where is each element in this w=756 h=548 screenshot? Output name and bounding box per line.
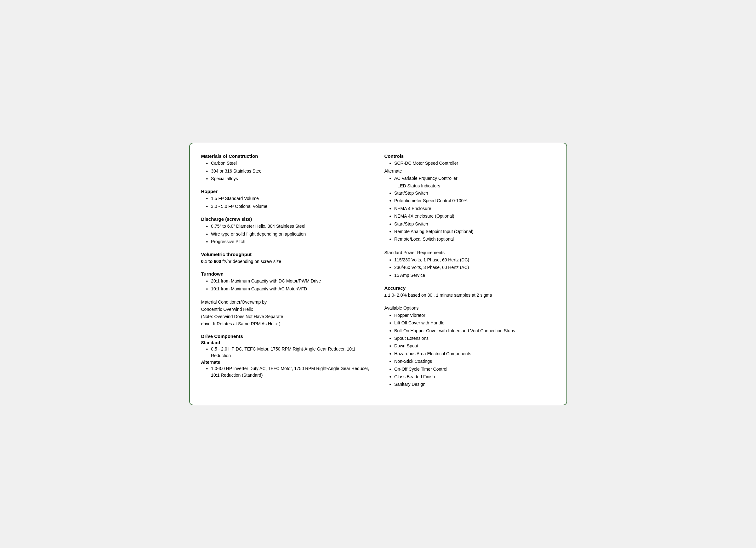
list-item: 0.5 - 2.0 HP DC, TEFC Motor, 1750 RPM Ri… [201, 346, 372, 359]
turndown-list: 20:1 from Maximum Capacity with DC Motor… [201, 278, 372, 293]
list-item: Hopper Vibrator [384, 312, 555, 319]
list-item: Sanitary Design [384, 381, 555, 388]
section-turndown: Turndown 20:1 from Maximum Capacity with… [201, 271, 372, 293]
conditioner-line2: Concentric Overwind Helix [201, 306, 372, 313]
section-volumetric: Volumetric throughput 0.1 to 600 ft³/hr … [201, 252, 372, 265]
list-item: On-Off Cycle Timer Control [384, 366, 555, 373]
discharge-list: 0.75" to 6.0" Diameter Helix, 304 Stainl… [201, 223, 372, 245]
list-item: Special alloys [201, 175, 372, 182]
spec-card: Materials of Construction Carbon Steel 3… [189, 143, 567, 405]
options-list: Hopper Vibrator Lift Off Cover with Hand… [384, 312, 555, 388]
options-label: Available Options [384, 305, 555, 311]
list-item: Lift Off Cover with Handle [384, 320, 555, 327]
section-options: Available Options Hopper Vibrator Lift O… [384, 305, 555, 389]
list-item: Glass Beaded Finish [384, 374, 555, 380]
drive-standard-label: Standard [201, 340, 372, 345]
list-item: 3.0 - 5.0 Ft³ Optional Volume [201, 203, 372, 210]
list-item: 1.5 Ft³ Standard Volume [201, 195, 372, 202]
conditioner-line1: Material Conditioner/Overwrap by [201, 299, 372, 305]
list-item: Bolt-On Hopper Cover with Infeed and Ven… [384, 328, 555, 334]
list-item: 0.75" to 6.0" Diameter Helix, 304 Stainl… [201, 223, 372, 230]
list-item: Start/Stop Switch [384, 190, 555, 197]
section-hopper: Hopper 1.5 Ft³ Standard Volume 3.0 - 5.0… [201, 189, 372, 211]
left-column: Materials of Construction Carbon Steel 3… [201, 153, 372, 395]
section-accuracy: Accuracy ± 1.0- 2.0% based on 30 , 1 min… [384, 285, 555, 299]
controls-list-first: SCR-DC Motor Speed Controller [384, 160, 555, 167]
right-column: Controls SCR-DC Motor Speed Controller A… [384, 153, 555, 395]
controls-list-alternate: AC Variable Frquency Controller [384, 175, 555, 182]
volumetric-text: 0.1 to 600 ft³/hr depending on screw siz… [201, 258, 372, 265]
accuracy-text: ± 1.0- 2.0% based on 30 , 1 minute sampl… [384, 292, 555, 299]
list-item: Potentiometer Speed Control 0-100% [384, 197, 555, 204]
power-label: Standard Power Requirements [384, 249, 555, 256]
accuracy-title: Accuracy [384, 285, 555, 291]
list-item: Remote/Local Switch (optional [384, 236, 555, 243]
list-item: NEMA 4 Enclosure [384, 205, 555, 212]
section-drive: Drive Components Standard 0.5 - 2.0 HP D… [201, 334, 372, 379]
turndown-title: Turndown [201, 271, 372, 277]
volumetric-suffix: ft³/hr depending on screw size [221, 259, 281, 264]
materials-title: Materials of Construction [201, 153, 372, 159]
list-item: 20:1 from Maximum Capacity with DC Motor… [201, 278, 372, 285]
list-item: Remote Analog Setpoint Input (Optional) [384, 228, 555, 235]
list-item: Progressive Pitch [201, 238, 372, 245]
list-item: Non-Stick Coatings [384, 358, 555, 365]
controls-list-rest: Start/Stop Switch Potentiometer Speed Co… [384, 190, 555, 243]
list-item: 15 Amp Service [384, 272, 555, 279]
section-power: Standard Power Requirements 115/230 Volt… [384, 249, 555, 280]
conditioner-line4: drive. It Rotates at Same RPM As Helix.) [201, 321, 372, 327]
list-item: Carbon Steel [201, 160, 372, 167]
list-item: Down Spout [384, 343, 555, 350]
list-item: 230/460 Volts, 3 Phase, 60 Hertz (AC) [384, 264, 555, 271]
controls-led-line: LED Status Indicators [384, 183, 555, 189]
list-item: Hazardous Area Electrical Components [384, 351, 555, 357]
power-list: 115/230 Volts, 1 Phase, 60 Hertz (DC) 23… [384, 257, 555, 279]
section-discharge: Discharge (screw size) 0.75" to 6.0" Dia… [201, 216, 372, 246]
drive-alternate-label: Alternate [201, 360, 372, 365]
list-item: NEMA 4X enclosure (Optional) [384, 213, 555, 220]
drive-alternate-list: 1.0-3.0 HP Inverter Duty AC, TEFC Motor,… [201, 365, 372, 379]
section-conditioner: Material Conditioner/Overwrap by Concent… [201, 299, 372, 328]
conditioner-line3: (Note: Overwind Does Not Have Separate [201, 313, 372, 320]
hopper-list: 1.5 Ft³ Standard Volume 3.0 - 5.0 Ft³ Op… [201, 195, 372, 210]
drive-title: Drive Components [201, 334, 372, 339]
list-item: 115/230 Volts, 1 Phase, 60 Hertz (DC) [384, 257, 555, 264]
discharge-title: Discharge (screw size) [201, 216, 372, 222]
list-item: AC Variable Frquency Controller [384, 175, 555, 182]
list-item: Wire type or solid flight depending on a… [201, 231, 372, 238]
hopper-title: Hopper [201, 189, 372, 194]
controls-alternate-label: Alternate [384, 168, 555, 174]
list-item: SCR-DC Motor Speed Controller [384, 160, 555, 167]
list-item: Spout Extensions [384, 335, 555, 342]
list-item: 1.0-3.0 HP Inverter Duty AC, TEFC Motor,… [201, 365, 372, 379]
list-item: 304 or 316 Stainless Steel [201, 168, 372, 175]
section-controls: Controls SCR-DC Motor Speed Controller A… [384, 153, 555, 244]
materials-list: Carbon Steel 304 or 316 Stainless Steel … [201, 160, 372, 182]
list-item: Start/Stop Switch [384, 221, 555, 228]
list-item: 10:1 from Maximum Capacity with AC Motor… [201, 286, 372, 293]
volumetric-title: Volumetric throughput [201, 252, 372, 257]
drive-standard-list: 0.5 - 2.0 HP DC, TEFC Motor, 1750 RPM Ri… [201, 346, 372, 359]
section-materials: Materials of Construction Carbon Steel 3… [201, 153, 372, 183]
controls-title: Controls [384, 153, 555, 159]
volumetric-bold: 0.1 to 600 [201, 259, 221, 264]
